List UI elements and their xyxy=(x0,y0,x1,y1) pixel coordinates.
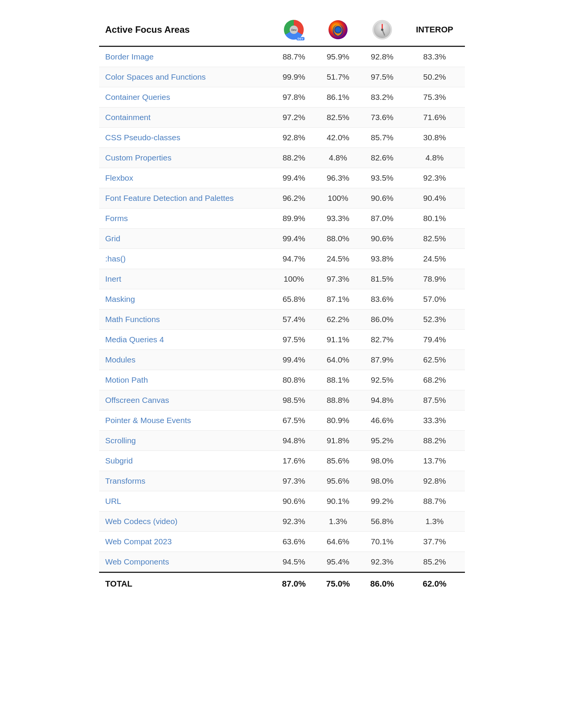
firefox-value: 95.6% xyxy=(316,471,360,491)
chrome-dev-value: 99.4% xyxy=(272,350,316,370)
safari-value: 56.8% xyxy=(360,512,404,532)
firefox-value: 93.3% xyxy=(316,208,360,229)
interop-value: 71.6% xyxy=(404,107,465,128)
safari-value: 85.7% xyxy=(360,128,404,148)
firefox-value: 95.9% xyxy=(316,47,360,67)
chrome-dev-value: 97.8% xyxy=(272,87,316,107)
total-label: TOTAL xyxy=(99,572,272,595)
safari-value: 92.5% xyxy=(360,370,404,390)
area-name-cell[interactable]: Custom Properties xyxy=(99,148,272,168)
area-name-cell[interactable]: Modules xyxy=(99,350,272,370)
firefox-value: 82.5% xyxy=(316,107,360,128)
table-row: Modules99.4%64.0%87.9%62.5% xyxy=(99,350,465,370)
chrome-dev-value: 88.2% xyxy=(272,148,316,168)
firefox-value: 88.1% xyxy=(316,370,360,390)
firefox-value: 87.1% xyxy=(316,289,360,309)
area-name-cell[interactable]: Web Components xyxy=(99,552,272,572)
table-row: Transforms97.3%95.6%98.0%92.8% xyxy=(99,471,465,491)
area-name-cell[interactable]: Scrolling xyxy=(99,431,272,451)
main-container: Active Focus Areas Dev DEV xyxy=(99,15,465,595)
area-name-cell[interactable]: Subgrid xyxy=(99,451,272,471)
area-name-cell[interactable]: Motion Path xyxy=(99,370,272,390)
interop-value: 62.5% xyxy=(404,350,465,370)
area-name-cell[interactable]: Grid xyxy=(99,229,272,249)
table-row: :has()94.7%24.5%93.8%24.5% xyxy=(99,249,465,269)
chrome-dev-value: 97.5% xyxy=(272,330,316,350)
safari-value: 95.2% xyxy=(360,431,404,451)
chrome-dev-value: 98.5% xyxy=(272,390,316,411)
firefox-value: 91.1% xyxy=(316,330,360,350)
safari-value: 46.6% xyxy=(360,411,404,431)
area-name-cell[interactable]: Transforms xyxy=(99,471,272,491)
table-row: Web Compat 202363.6%64.6%70.1%37.7% xyxy=(99,532,465,552)
chrome-dev-value: 94.5% xyxy=(272,552,316,572)
area-col-header: Active Focus Areas xyxy=(99,15,272,47)
firefox-value: 1.3% xyxy=(316,512,360,532)
chrome-dev-value: 99.4% xyxy=(272,168,316,188)
area-name-cell[interactable]: Pointer & Mouse Events xyxy=(99,411,272,431)
interop-label: INTEROP xyxy=(416,25,453,34)
area-name-cell[interactable]: Web Compat 2023 xyxy=(99,532,272,552)
area-name-cell[interactable]: Media Queries 4 xyxy=(99,330,272,350)
interop-value: 92.3% xyxy=(404,168,465,188)
firefox-value: 97.3% xyxy=(316,269,360,289)
interop-value: 83.3% xyxy=(404,47,465,67)
interop-table: Active Focus Areas Dev DEV xyxy=(99,15,465,595)
total-c2: 75.0% xyxy=(316,572,360,595)
firefox-icon xyxy=(328,20,348,40)
safari-value: 90.6% xyxy=(360,229,404,249)
safari-value: 90.6% xyxy=(360,188,404,208)
interop-value: 33.3% xyxy=(404,411,465,431)
table-footer: TOTAL 87.0% 75.0% 86.0% 62.0% xyxy=(99,572,465,595)
interop-value: 1.3% xyxy=(404,512,465,532)
table-row: Web Components94.5%95.4%92.3%85.2% xyxy=(99,552,465,572)
area-name-cell[interactable]: Border Image xyxy=(99,47,272,67)
interop-value: 82.5% xyxy=(404,229,465,249)
chrome-dev-icon: Dev DEV xyxy=(284,20,304,40)
area-name-cell[interactable]: CSS Pseudo-classes xyxy=(99,128,272,148)
area-name-cell[interactable]: Container Queries xyxy=(99,87,272,107)
interop-value: 50.2% xyxy=(404,67,465,87)
area-name-cell[interactable]: Forms xyxy=(99,208,272,229)
safari-value: 97.5% xyxy=(360,67,404,87)
area-name-cell[interactable]: Offscreen Canvas xyxy=(99,390,272,411)
table-row: Subgrid17.6%85.6%98.0%13.7% xyxy=(99,451,465,471)
area-name-cell[interactable]: Font Feature Detection and Palettes xyxy=(99,188,272,208)
interop-value: 68.2% xyxy=(404,370,465,390)
safari-icon xyxy=(372,20,392,40)
firefox-value: 91.8% xyxy=(316,431,360,451)
area-name-cell[interactable]: Web Codecs (video) xyxy=(99,512,272,532)
firefox-value: 42.0% xyxy=(316,128,360,148)
chrome-dev-value: 94.7% xyxy=(272,249,316,269)
safari-value: 87.9% xyxy=(360,350,404,370)
area-name-cell[interactable]: Containment xyxy=(99,107,272,128)
table-row: URL90.6%90.1%99.2%88.7% xyxy=(99,491,465,512)
area-name-cell[interactable]: Math Functions xyxy=(99,309,272,330)
chrome-dev-value: 94.8% xyxy=(272,431,316,451)
chrome-dev-value: 88.7% xyxy=(272,47,316,67)
interop-value: 57.0% xyxy=(404,289,465,309)
area-name-cell[interactable]: :has() xyxy=(99,249,272,269)
interop-value: 80.1% xyxy=(404,208,465,229)
firefox-col-header xyxy=(316,15,360,47)
table-row: Scrolling94.8%91.8%95.2%88.2% xyxy=(99,431,465,451)
chrome-dev-value: 17.6% xyxy=(272,451,316,471)
area-name-cell[interactable]: Color Spaces and Functions xyxy=(99,67,272,87)
table-row: Media Queries 497.5%91.1%82.7%79.4% xyxy=(99,330,465,350)
interop-value: 78.9% xyxy=(404,269,465,289)
chrome-dev-value: 92.3% xyxy=(272,512,316,532)
firefox-value: 62.2% xyxy=(316,309,360,330)
svg-point-3 xyxy=(335,27,341,32)
area-name-cell[interactable]: Flexbox xyxy=(99,168,272,188)
chrome-dev-value: 65.8% xyxy=(272,289,316,309)
total-row: TOTAL 87.0% 75.0% 86.0% 62.0% xyxy=(99,572,465,595)
chrome-dev-col-header: Dev DEV xyxy=(272,15,316,47)
firefox-value: 64.0% xyxy=(316,350,360,370)
safari-value: 87.0% xyxy=(360,208,404,229)
area-name-cell[interactable]: Masking xyxy=(99,289,272,309)
area-name-cell[interactable]: URL xyxy=(99,491,272,512)
area-name-cell[interactable]: Inert xyxy=(99,269,272,289)
interop-value: 90.4% xyxy=(404,188,465,208)
firefox-value: 90.1% xyxy=(316,491,360,512)
table-row: Forms89.9%93.3%87.0%80.1% xyxy=(99,208,465,229)
